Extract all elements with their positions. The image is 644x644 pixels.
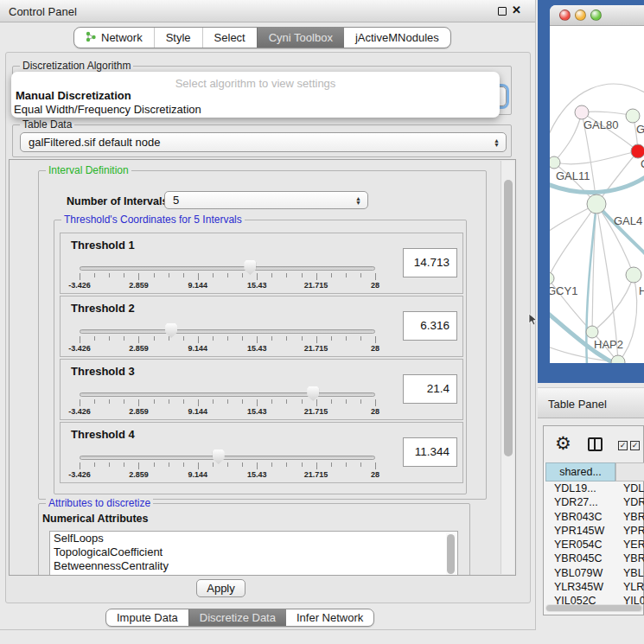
table-panel: ⚙ ✓ ✓ shared... na YDL19... YDL1 YDR27..… <box>543 425 644 615</box>
table-hscrollbar-thumb[interactable] <box>546 605 641 611</box>
table-row[interactable]: YPR145W YPR1 <box>544 525 644 539</box>
column-header-shared-name[interactable]: shared... <box>545 462 615 481</box>
cell-shared-name[interactable]: YBL079W <box>554 567 603 579</box>
cell-shared-name[interactable]: YLR345W <box>554 581 603 593</box>
gear-icon[interactable]: ⚙ <box>555 433 571 454</box>
zoom-traffic-light-icon[interactable] <box>590 10 602 21</box>
network-node[interactable] <box>550 156 560 169</box>
cell-name[interactable]: YER0 <box>623 539 644 551</box>
table-row[interactable]: YLR345W YLR3 <box>544 581 644 595</box>
table-row[interactable]: YBL079W YBL0 <box>544 567 644 581</box>
table-row[interactable]: YDL19... YDL1 <box>544 482 644 496</box>
network-node[interactable] <box>631 144 644 158</box>
close-traffic-light-icon[interactable] <box>559 10 571 21</box>
number-of-intervals-combo[interactable]: 5 ▲▼ <box>164 191 368 209</box>
list-scrollbar-thumb[interactable] <box>447 534 455 574</box>
tab-cyni-toolbox[interactable]: Cyni Toolbox <box>257 28 344 48</box>
number-of-intervals-label: Number of Intervals <box>67 195 168 207</box>
close-icon[interactable]: ✕ <box>512 3 521 16</box>
tab-style[interactable]: Style <box>154 28 202 48</box>
network-node[interactable] <box>575 105 589 119</box>
table-data-combo[interactable]: galFiltered.sif default node ▲▼ <box>20 132 507 152</box>
slider-track[interactable] <box>80 392 375 397</box>
slider-track[interactable] <box>80 329 375 334</box>
numerical-attributes-label: Numerical Attributes <box>42 513 148 525</box>
threshold-value-field[interactable]: 14.713 <box>403 248 457 277</box>
network-node[interactable] <box>626 109 640 123</box>
slider-tick-labels: -3.4262.8599.14415.4321.71528 <box>80 407 375 417</box>
algorithm-option-equal-width[interactable]: Equal Width/Frequency Discretization <box>14 103 201 116</box>
list-scrollbar[interactable] <box>446 532 456 576</box>
table-row[interactable]: YDR27... YDR2 <box>544 496 644 510</box>
tab-impute-data[interactable]: Impute Data <box>106 609 188 626</box>
checkbox-icon[interactable]: ✓ <box>618 441 628 450</box>
cell-name[interactable]: YDL1 <box>623 482 644 494</box>
cell-shared-name[interactable]: YER054C <box>554 539 603 551</box>
bottom-tab-bar: Impute Data Discretize Data Infer Networ… <box>105 609 374 627</box>
settings-scrollpane: Interval Definition Number of Intervals … <box>9 159 516 576</box>
interval-definition-group: Interval Definition Number of Intervals … <box>38 170 487 500</box>
cell-shared-name[interactable]: YBR043C <box>554 511 603 523</box>
table-row[interactable]: YBR043C YBR0 <box>544 511 644 525</box>
thresholds-title: Threshold's Coordinates for 5 Intervals <box>61 214 245 226</box>
tab-jactivemnodules[interactable]: jActiveMNodules <box>344 28 450 48</box>
cell-name[interactable]: YBR0 <box>623 511 644 523</box>
network-node-label: GA <box>636 123 644 136</box>
list-item[interactable]: SelfLoops <box>50 532 457 545</box>
cell-name[interactable]: YLR3 <box>623 581 644 593</box>
checkbox-icon[interactable]: ✓ <box>630 441 640 450</box>
control-panel-title: Control Panel <box>9 5 77 18</box>
cell-name[interactable]: YDR2 <box>623 496 644 508</box>
threshold-value-field[interactable]: 11.344 <box>403 437 457 467</box>
network-icon <box>86 31 97 45</box>
table-header-row: shared... na <box>544 462 644 481</box>
column-header-name[interactable]: na <box>615 462 644 481</box>
algorithm-dropdown-popup: Select algorithm to view settings Manual… <box>11 72 500 118</box>
network-window-titlebar[interactable] <box>550 5 644 26</box>
mouse-cursor <box>528 313 538 327</box>
network-node-label: H <box>639 284 644 297</box>
algorithm-hint: Select algorithm to view settings <box>11 77 500 90</box>
tab-select[interactable]: Select <box>202 28 257 48</box>
threshold-value-field[interactable]: 6.316 <box>403 311 457 341</box>
network-canvas[interactable]: GAL80GACGAL11GAL4HGCY1HAP2 <box>550 26 644 363</box>
network-node[interactable] <box>586 326 598 338</box>
cell-shared-name[interactable]: YBR045C <box>554 552 603 564</box>
minimize-traffic-light-icon[interactable] <box>575 10 586 21</box>
control-panel-window: Control Panel ✕ Network Style Select Cyn… <box>0 0 536 630</box>
cell-name[interactable]: YBL0 <box>623 567 644 579</box>
list-item[interactable]: TopologicalCoefficient <box>50 545 457 559</box>
network-node[interactable] <box>550 272 554 284</box>
attributes-group: Attributes to discretize Numerical Attri… <box>38 503 470 576</box>
network-node[interactable] <box>626 267 641 283</box>
table-row[interactable]: YER054C YER0 <box>544 539 644 552</box>
threshold-value-field[interactable]: 21.4 <box>403 374 457 404</box>
cell-shared-name[interactable]: YDL19... <box>554 482 596 494</box>
cell-shared-name[interactable]: YPR145W <box>554 525 604 537</box>
slider-track[interactable] <box>80 456 375 460</box>
main-scrollbar[interactable] <box>501 161 514 574</box>
columns-icon[interactable] <box>588 437 603 451</box>
tab-discretize-data[interactable]: Discretize Data <box>188 609 286 626</box>
cell-shared-name[interactable]: YDR27... <box>554 496 598 508</box>
table-hscrollbar[interactable] <box>545 604 643 612</box>
tab-infer-network[interactable]: Infer Network <box>286 609 373 626</box>
thresholds-group: Threshold's Coordinates for 5 Intervals … <box>54 220 467 494</box>
list-item[interactable]: BetweennessCentrality <box>50 559 457 573</box>
network-node-label: C <box>641 157 644 170</box>
table-data-combo-value: galFiltered.sif default node <box>29 136 160 149</box>
tab-network[interactable]: Network <box>74 28 154 48</box>
float-window-icon[interactable] <box>498 7 507 16</box>
cell-name[interactable]: YBR0 <box>623 552 644 564</box>
stepper-icon: ▲▼ <box>494 133 500 151</box>
apply-button[interactable]: Apply <box>196 579 245 597</box>
cell-name[interactable]: YPR1 <box>623 525 644 537</box>
numerical-attributes-list[interactable]: SelfLoopsTopologicalCoefficientBetweenne… <box>49 531 458 576</box>
network-window[interactable]: GAL80GACGAL11GAL4HGCY1HAP2 <box>538 0 644 383</box>
algorithm-option-manual[interactable]: Manual Discretization <box>16 89 131 102</box>
threshold-row: Threshold 1 -3.4262.8599.14415.4321.7152… <box>60 233 463 294</box>
table-row[interactable]: YBR045C YBR0 <box>544 552 644 566</box>
network-node[interactable] <box>587 194 606 214</box>
main-scrollbar-thumb[interactable] <box>504 180 513 456</box>
slider-track[interactable] <box>80 266 375 271</box>
